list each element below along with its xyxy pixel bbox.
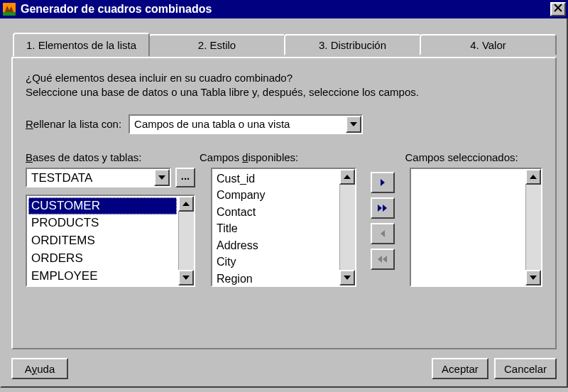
scroll-up-button[interactable] xyxy=(339,169,355,185)
arrow-right-icon xyxy=(379,178,386,187)
tables-listbox[interactable]: CUSTOMER PRODUCTS ORDITEMS ORDERS EMPLOY… xyxy=(26,195,195,287)
tab-style[interactable]: 2. Estilo xyxy=(148,34,285,55)
list-item[interactable]: CUSTOMER xyxy=(28,197,177,215)
scroll-track[interactable] xyxy=(525,185,541,270)
title-bar: Generador de cuadros combinados xyxy=(0,0,568,18)
scroll-down-button[interactable] xyxy=(178,270,194,285)
tab-panel: ¿Qué elementos desea incluir en su cuadr… xyxy=(11,57,557,349)
intro-text: ¿Qué elementos desea incluir en su cuadr… xyxy=(26,71,542,100)
arrow-left-icon xyxy=(379,229,386,238)
chevron-down-icon xyxy=(530,276,537,280)
selected-fields-listbox[interactable] xyxy=(410,168,542,287)
available-fields-list[interactable]: Cust_id Company Contact Title Address Ci… xyxy=(212,169,339,285)
list-item[interactable]: Company xyxy=(214,187,338,204)
tab-value[interactable]: 4. Valor xyxy=(420,34,557,55)
list-item[interactable]: Contact xyxy=(214,204,338,221)
sel-scrollbar[interactable] xyxy=(525,169,541,285)
remove-button[interactable] xyxy=(371,223,395,244)
tab-strip: 1. Elementos de la lista 2. Estilo 3. Di… xyxy=(11,33,557,57)
add-all-button[interactable] xyxy=(371,197,395,219)
scroll-up-button[interactable] xyxy=(525,169,541,185)
database-combo[interactable]: TESTDATA xyxy=(26,168,171,187)
double-arrow-right-icon xyxy=(377,204,388,212)
avail-scrollbar[interactable] xyxy=(339,169,355,285)
chevron-up-icon xyxy=(530,175,537,179)
double-arrow-left-icon xyxy=(377,255,388,263)
ok-button[interactable]: Aceptar xyxy=(432,358,488,379)
scroll-down-button[interactable] xyxy=(339,270,355,285)
chevron-down-icon xyxy=(182,276,190,280)
remove-all-button[interactable] xyxy=(371,249,395,270)
avail-label: Campos disponibles: xyxy=(200,151,350,163)
fill-label-rest: ellenar la lista con: xyxy=(33,118,121,130)
scroll-up-button[interactable] xyxy=(178,196,194,212)
window-title: Generador de cuadros combinados xyxy=(21,3,550,16)
available-fields-listbox[interactable]: Cust_id Company Contact Title Address Ci… xyxy=(211,168,356,287)
chevron-down-icon xyxy=(344,276,351,280)
browse-button[interactable]: ... xyxy=(175,168,195,187)
fill-label-accel: R xyxy=(26,118,33,130)
selected-fields-list[interactable] xyxy=(411,169,525,285)
list-item[interactable]: Title xyxy=(214,220,338,237)
db-label: Bases de datos y tablas: xyxy=(26,151,184,163)
db-label-accel: B xyxy=(26,151,33,163)
chevron-up-icon xyxy=(344,175,351,179)
list-item[interactable]: City xyxy=(214,254,338,271)
tab-elements[interactable]: 1. Elementos de la lista xyxy=(13,33,150,57)
fill-label: Rellenar la lista con: xyxy=(26,118,121,130)
database-combo-button[interactable] xyxy=(154,169,170,186)
help-button[interactable]: Ayuda xyxy=(11,358,68,379)
svg-rect-2 xyxy=(3,12,16,16)
scroll-down-button[interactable] xyxy=(525,270,541,285)
fill-combo-text: Campos de una tabla o una vista xyxy=(130,116,346,133)
tab-distribution[interactable]: 3. Distribución xyxy=(284,34,421,55)
chevron-down-icon xyxy=(158,175,165,180)
cancel-button[interactable]: Cancelar xyxy=(494,358,557,379)
list-item[interactable]: Cust_id xyxy=(214,170,338,187)
sel-label: Campos seleccionados: xyxy=(405,151,542,163)
app-icon xyxy=(2,2,16,16)
fill-row: Rellenar la lista con: Campos de una tab… xyxy=(26,114,542,134)
database-combo-text: TESTDATA xyxy=(27,169,154,186)
db-label-rest: ases de datos y tablas: xyxy=(33,151,141,163)
intro-line1: ¿Qué elementos desea incluir en su cuadr… xyxy=(26,71,542,85)
list-item[interactable]: ORDITEMS xyxy=(28,232,177,250)
list-item[interactable]: Address xyxy=(214,237,338,254)
chevron-up-icon xyxy=(182,202,190,206)
list-item[interactable]: ORDERS xyxy=(28,250,177,268)
list-item[interactable]: Region xyxy=(214,271,338,285)
tables-list[interactable]: CUSTOMER PRODUCTS ORDITEMS ORDERS EMPLOY… xyxy=(27,196,178,285)
close-button[interactable] xyxy=(550,2,566,16)
list-item[interactable]: PRODUCTS xyxy=(28,214,177,232)
scroll-track[interactable] xyxy=(178,212,194,270)
tables-scrollbar[interactable] xyxy=(178,196,194,285)
list-item[interactable]: EMPLOYEE xyxy=(28,268,177,285)
add-button[interactable] xyxy=(371,172,395,193)
scroll-track[interactable] xyxy=(339,185,355,270)
fill-combo[interactable]: Campos de una tabla o una vista xyxy=(129,114,363,134)
intro-line2: Seleccione una base de datos o una Tabla… xyxy=(26,85,542,99)
chevron-down-icon xyxy=(350,122,357,126)
fill-combo-button[interactable] xyxy=(346,116,361,133)
